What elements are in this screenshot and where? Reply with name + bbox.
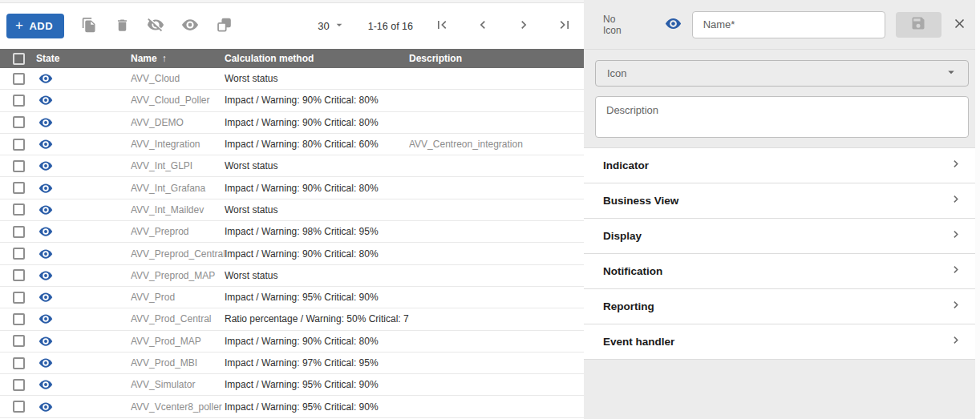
- table-row: AVV_IntegrationImpact / Warning: 80% Cri…: [0, 134, 584, 155]
- row-name[interactable]: AVV_Preprod_Central: [131, 248, 225, 260]
- table-row: AVV_ProdImpact / Warning: 95% Critical: …: [0, 287, 584, 308]
- row-name[interactable]: AVV_Preprod: [131, 226, 225, 237]
- accordion-section-display[interactable]: Display: [584, 219, 980, 254]
- chevron-right-icon: [949, 227, 964, 245]
- state-eye-icon[interactable]: [38, 268, 53, 283]
- row-checkbox[interactable]: [13, 203, 25, 216]
- close-icon: [952, 16, 967, 34]
- state-eye-icon[interactable]: [38, 400, 53, 414]
- disable-button[interactable]: [147, 16, 164, 37]
- select-all-checkbox[interactable]: [13, 53, 25, 65]
- mass-edit-button[interactable]: [216, 16, 233, 37]
- row-checkbox-cell: [0, 379, 36, 391]
- row-checkbox[interactable]: [13, 269, 25, 281]
- row-checkbox-cell: [0, 248, 36, 260]
- state-eye-icon[interactable]: [38, 181, 53, 195]
- row-name[interactable]: AVV_Preprod_MAP: [131, 270, 225, 281]
- save-button[interactable]: [896, 12, 942, 38]
- row-checkbox[interactable]: [13, 313, 25, 325]
- row-checkbox[interactable]: [13, 248, 25, 260]
- row-name[interactable]: AVV_Vcenter8_poller: [131, 401, 225, 413]
- accordion-section-business-view[interactable]: Business View: [584, 183, 980, 219]
- state-eye-icon[interactable]: [38, 224, 53, 239]
- row-checkbox[interactable]: [13, 116, 25, 128]
- next-page-button[interactable]: [516, 17, 532, 36]
- state-eye-icon[interactable]: [38, 377, 53, 392]
- state-eye-icon[interactable]: [38, 71, 53, 86]
- row-calculation-method: Impact / Warning: 95% Critical: 90%: [225, 292, 409, 303]
- state-eye-icon[interactable]: [38, 290, 53, 304]
- icon-select-placeholder: Icon: [607, 67, 627, 79]
- row-state-cell: [36, 224, 131, 239]
- row-name[interactable]: AVV_Simulator: [131, 379, 225, 390]
- accordion-section-label: Business View: [603, 195, 678, 207]
- row-name[interactable]: AVV_Prod_MAP: [131, 336, 225, 347]
- row-name[interactable]: AVV_Cloud: [131, 73, 225, 84]
- row-name[interactable]: AVV_Prod_Central: [131, 313, 225, 324]
- duplicate-button[interactable]: [81, 16, 98, 37]
- chevron-right-icon: [949, 156, 964, 175]
- column-header-calculation-method[interactable]: Calculation method: [225, 53, 409, 64]
- state-eye-icon[interactable]: [38, 203, 53, 217]
- state-eye-icon[interactable]: [38, 312, 53, 326]
- row-name[interactable]: AVV_DEMO: [131, 117, 225, 128]
- row-checkbox[interactable]: [13, 292, 25, 304]
- list-toolbar: + ADD 30 1-16 of 16: [0, 3, 584, 49]
- row-checkbox[interactable]: [13, 379, 25, 391]
- state-eye-icon[interactable]: [38, 159, 53, 173]
- accordion-section-reporting[interactable]: Reporting: [584, 289, 980, 324]
- row-calculation-method: Impact / Warning: 98% Critical: 95%: [225, 226, 409, 237]
- row-checkbox[interactable]: [13, 335, 25, 347]
- column-header-name[interactable]: Name↑: [131, 53, 225, 64]
- state-eye-icon[interactable]: [38, 115, 53, 130]
- column-header-state[interactable]: State: [36, 53, 131, 64]
- row-name[interactable]: AVV_Prod: [131, 292, 225, 303]
- row-checkbox[interactable]: [13, 73, 25, 85]
- row-checkbox[interactable]: [13, 357, 25, 369]
- enable-button[interactable]: [181, 16, 199, 37]
- row-name[interactable]: AVV_Int_Maildev: [131, 204, 225, 216]
- row-checkbox[interactable]: [13, 226, 25, 238]
- row-state-cell: [36, 159, 131, 173]
- state-eye-icon[interactable]: [38, 356, 53, 370]
- rows-per-page-value: 30: [318, 20, 329, 32]
- row-name[interactable]: AVV_Int_GLPI: [131, 160, 225, 171]
- row-checkbox[interactable]: [13, 401, 25, 413]
- panel-header: No Icon: [584, 0, 980, 50]
- bam-configuration-page: + ADD 30 1-16 of 16: [0, 0, 980, 419]
- state-eye-icon[interactable]: [38, 93, 53, 107]
- row-checkbox[interactable]: [13, 182, 25, 194]
- row-name[interactable]: AVV_Cloud_Poller: [131, 95, 225, 106]
- copy-icon: [81, 17, 98, 36]
- last-page-button[interactable]: [557, 17, 573, 36]
- row-calculation-method: Impact / Warning: 90% Critical: 80%: [225, 183, 409, 194]
- row-checkbox[interactable]: [13, 139, 25, 151]
- accordion-section-notification[interactable]: Notification: [584, 254, 980, 289]
- enabled-toggle-button[interactable]: [665, 15, 682, 34]
- row-name[interactable]: AVV_Integration: [131, 139, 225, 150]
- icon-select[interactable]: Icon: [595, 60, 969, 87]
- row-name[interactable]: AVV_Prod_MBI: [131, 357, 225, 369]
- add-button[interactable]: + ADD: [6, 14, 64, 38]
- previous-page-button[interactable]: [475, 17, 491, 36]
- row-calculation-method: Worst status: [225, 73, 409, 84]
- accordion-section-event-handler[interactable]: Event handler: [584, 324, 980, 360]
- close-panel-button[interactable]: [952, 16, 967, 34]
- row-name[interactable]: AVV_Int_Grafana: [131, 183, 225, 194]
- state-eye-icon[interactable]: [38, 137, 53, 151]
- delete-button[interactable]: [115, 16, 130, 37]
- table-row: AVV_CloudWorst status: [0, 68, 584, 90]
- sort-ascending-icon: ↑: [162, 53, 167, 64]
- scrollbar-track[interactable]: [975, 0, 980, 419]
- first-page-button[interactable]: [434, 17, 450, 36]
- column-header-description[interactable]: Description: [409, 53, 584, 64]
- accordion-section-indicator[interactable]: Indicator: [584, 148, 980, 183]
- state-eye-icon[interactable]: [38, 247, 53, 261]
- rows-per-page-select[interactable]: 30: [318, 18, 345, 34]
- row-checkbox[interactable]: [13, 160, 25, 172]
- description-textarea[interactable]: [595, 96, 969, 138]
- table-row: AVV_Prod_MAPImpact / Warning: 90% Critic…: [0, 331, 584, 353]
- state-eye-icon[interactable]: [38, 334, 53, 348]
- name-input[interactable]: [692, 11, 885, 38]
- row-checkbox[interactable]: [13, 95, 25, 107]
